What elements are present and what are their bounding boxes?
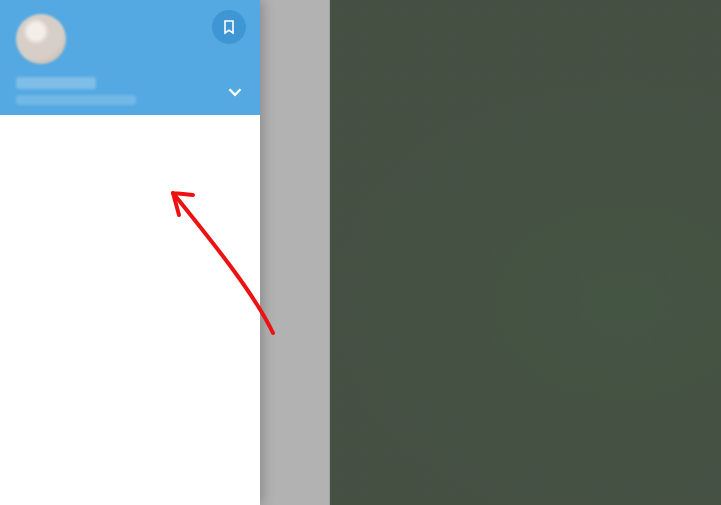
drawer-name-placeholder <box>16 77 96 89</box>
side-menu <box>0 0 260 505</box>
chat-content-area <box>330 0 721 505</box>
drawer-user-block[interactable] <box>16 77 216 105</box>
side-menu-list <box>0 115 260 121</box>
accounts-expand-button[interactable] <box>224 81 246 103</box>
bookmark-icon <box>221 19 237 35</box>
saved-messages-button[interactable] <box>212 10 246 44</box>
side-menu-header <box>0 0 260 115</box>
chat-content-overlay <box>330 0 721 505</box>
chevron-down-icon <box>224 81 246 103</box>
app-root <box>0 0 721 505</box>
avatar[interactable] <box>16 14 66 64</box>
drawer-phone-placeholder <box>16 95 136 105</box>
